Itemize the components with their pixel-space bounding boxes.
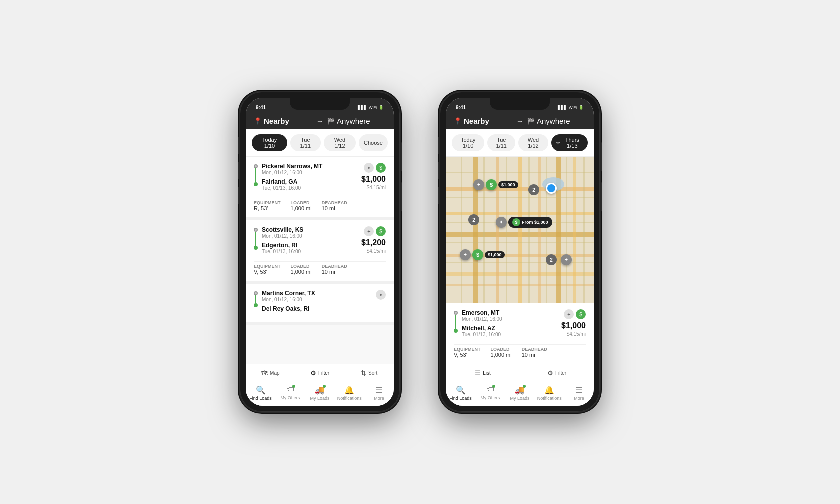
status-icons-1: ▋▋▋ WiFi 🔋 — [358, 106, 384, 110]
nav-my-offers-2[interactable]: 🏷 My Offers — [476, 386, 505, 401]
nav-notifications-2[interactable]: 🔔 Notifications — [535, 386, 564, 401]
location-pin-icon-2: 📍 — [454, 118, 462, 125]
header-2: 📍 Nearby → 🏁 Anywhere — [446, 113, 594, 130]
header-dest-2[interactable]: 🏁 Anywhere — [528, 117, 586, 126]
equipment-val-1: R, 53' — [254, 206, 281, 212]
map-pin-6[interactable]: 2 — [546, 254, 557, 266]
list-btn-2[interactable]: ☰ List — [446, 368, 520, 379]
tab-today-1[interactable]: Today 1/10 — [252, 134, 288, 152]
pin-grey-7: ✦ — [561, 254, 572, 266]
notification-icon-2: 🔔 — [544, 386, 554, 395]
svg-rect-9 — [518, 157, 522, 303]
origin-dot-3 — [254, 292, 258, 296]
signal-icon: ▋▋▋ — [358, 106, 367, 110]
find-loads-label-2: Find Loads — [450, 396, 472, 401]
svg-rect-12 — [574, 157, 576, 303]
tab-today-2[interactable]: Today 1/10 — [452, 134, 484, 152]
loads-icon-1: 🚚 — [315, 386, 325, 395]
sort-btn-1[interactable]: ⇅ Sort — [344, 368, 394, 379]
status-time-1: 9:41 — [256, 105, 266, 110]
nav-notifications-1[interactable]: 🔔 Notifications — [335, 386, 364, 401]
deadhead-label-2: Deadhead — [322, 264, 348, 269]
route-line-1 — [254, 163, 258, 186]
battery-icon: 🔋 — [379, 106, 384, 110]
header-dest-1[interactable]: 🏁 Anywhere — [328, 117, 386, 126]
load-card-2[interactable]: Scottsville, KS Mon, 01/12, 16:00 Edgert… — [246, 220, 394, 284]
nearby-label-1: Nearby — [264, 117, 290, 126]
load-card-3[interactable]: Martins Corner, TX Mon, 01/12, 16:00 Del… — [246, 284, 394, 326]
bottom-nav-1: 🔍 Find Loads 🏷 My Offers 🚚 My Loads — [246, 382, 394, 406]
header-location-1[interactable]: 📍 Nearby — [254, 117, 312, 126]
notification-icon-1: 🔔 — [344, 386, 354, 395]
slide-card[interactable]: Emerson, MT Mon, 01/12, 16:00 Mitchell, … — [446, 303, 594, 364]
dest-dot-2 — [254, 246, 258, 250]
price-1: $1,000 — [362, 175, 386, 184]
more-icon-2: ☰ — [576, 386, 582, 395]
list-label-2: List — [483, 370, 491, 376]
pin-cluster-3: 2 — [468, 214, 480, 226]
pin-price-1: $1,000 — [498, 182, 518, 188]
per-mile-1: $4.15/mi — [367, 185, 386, 190]
map-pin-2[interactable]: 2 — [528, 184, 540, 196]
filter-btn-1[interactable]: ⚙ Filter — [296, 368, 345, 379]
map-pin-7[interactable]: ✦ — [561, 254, 572, 266]
nav-find-loads-2[interactable]: 🔍 Find Loads — [446, 386, 476, 401]
slide-deadhead-val: 10 mi — [522, 352, 548, 358]
slide-load-details: Equipment V, 53' Loaded 1,000 mi Deadhea… — [454, 344, 586, 358]
svg-rect-8 — [496, 157, 499, 303]
pin-cluster-2: 2 — [528, 184, 540, 196]
nav-my-offers-1[interactable]: 🏷 My Offers — [276, 386, 305, 401]
bottom-nav-2: 🔍 Find Loads 🏷 My Offers 🚚 My Loads — [446, 382, 594, 406]
dollar-icon-2: $ — [376, 226, 386, 236]
header-location-2[interactable]: 📍 Nearby — [454, 117, 512, 126]
pencil-icon: ✏ — [556, 140, 560, 146]
loads-dot-1 — [323, 385, 326, 388]
find-loads-label-1: Find Loads — [250, 396, 272, 401]
selected-dollar-icon: $ — [512, 218, 520, 226]
svg-rect-14 — [446, 197, 594, 198]
anywhere-label-2: Anywhere — [537, 117, 570, 126]
map-pin-5[interactable]: ✦ $ $1,000 — [460, 250, 505, 260]
map-pin-1[interactable]: ✦ $ $1,000 — [474, 180, 518, 190]
tab-wed-2[interactable]: Wed 1/12 — [518, 134, 548, 152]
status-icons-2: ▋▋▋ WiFi 🔋 — [558, 106, 584, 110]
loads-dot-2 — [523, 385, 526, 388]
route-info-2: Scottsville, KS Mon, 01/12, 16:00 Edgert… — [262, 226, 362, 258]
filter-icon-2: ⚙ — [548, 370, 554, 377]
map-btn-1[interactable]: 🗺 Map — [246, 368, 296, 379]
loads-list-1[interactable]: Pickerel Narrows, MT Mon, 01/12, 16:00 F… — [246, 157, 394, 364]
dest-dot-3 — [254, 304, 258, 308]
map-pin-selected[interactable]: ✦ $ From $1,000 — [496, 217, 552, 228]
search-icon-1: 🔍 — [256, 386, 266, 395]
load-card-1[interactable]: Pickerel Narrows, MT Mon, 01/12, 16:00 F… — [246, 157, 394, 220]
pin-grey-selected: ✦ — [496, 217, 507, 228]
svg-rect-18 — [461, 157, 462, 303]
offers-dot-2 — [492, 385, 496, 388]
dest-city-3: Del Rey Oaks, RI — [262, 306, 376, 312]
location-pin-icon: 📍 — [254, 118, 262, 125]
bottom-toolbar-1: 🗺 Map ⚙ Filter ⇅ Sort — [246, 364, 394, 382]
map-pin-3[interactable]: 2 — [468, 214, 480, 226]
nav-more-2[interactable]: ☰ More — [564, 386, 594, 401]
route-line-2 — [254, 226, 258, 250]
tab-thurs-2[interactable]: ✏ Thurs 1/13 — [552, 134, 588, 152]
filter-btn-2[interactable]: ⚙ Filter — [520, 368, 594, 379]
nav-my-loads-2[interactable]: 🚚 My Loads — [505, 386, 534, 401]
notifications-label-1: Notifications — [338, 396, 362, 401]
tab-choose-1[interactable]: Choose — [359, 134, 388, 152]
map-container[interactable]: ✦ $ $1,000 2 2 ✦ — [446, 157, 594, 303]
nav-find-loads-1[interactable]: 🔍 Find Loads — [246, 386, 276, 401]
slide-route-info: Emerson, MT Mon, 01/12, 16:00 Mitchell, … — [462, 310, 562, 340]
loaded-val-1: 1,000 mi — [291, 206, 312, 212]
slide-loaded-val: 1,000 mi — [491, 352, 512, 358]
selected-price-text: From $1,000 — [522, 220, 548, 225]
tab-tue-2[interactable]: Tue 1/11 — [488, 134, 516, 152]
tab-tue-1[interactable]: Tue 1/11 — [290, 134, 321, 152]
nav-more-1[interactable]: ☰ More — [364, 386, 394, 401]
loaded-label-2: Loaded — [291, 264, 312, 269]
slide-per-mile: $4.15/mi — [567, 332, 586, 337]
tab-wed-1[interactable]: Wed 1/12 — [324, 134, 356, 152]
nav-my-loads-1[interactable]: 🚚 My Loads — [305, 386, 334, 401]
load-details-1: Equipment R, 53' Loaded 1,000 mi Deadhea… — [254, 198, 386, 212]
origin-time-2: Mon, 01/12, 16:00 — [262, 234, 362, 239]
